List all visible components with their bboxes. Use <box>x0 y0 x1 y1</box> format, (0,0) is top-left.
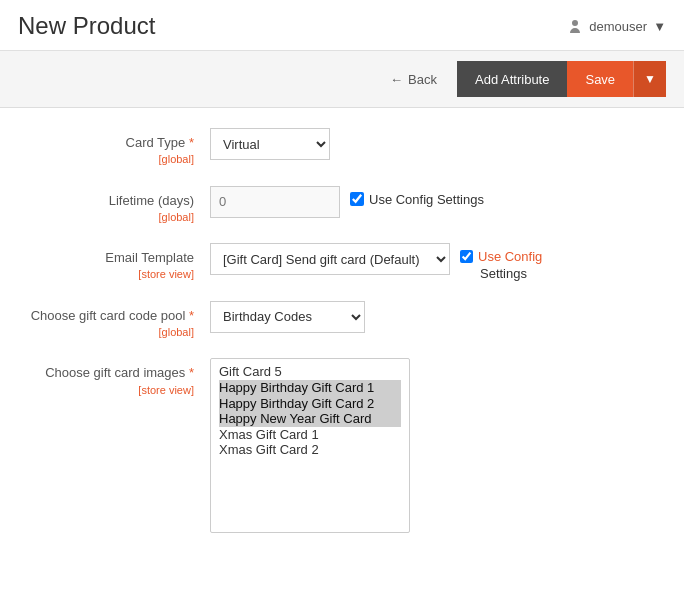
email-template-select[interactable]: [Gift Card] Send gift card (Default) <box>210 243 450 275</box>
card-images-label: Choose gift card images * [store view] <box>30 358 210 398</box>
card-type-select[interactable]: Virtual Physical Combined <box>210 128 330 160</box>
card-images-control: Gift Card 5 Happy Birthday Gift Card 1 H… <box>210 358 654 533</box>
card-images-listbox[interactable]: Gift Card 5 Happy Birthday Gift Card 1 H… <box>210 358 410 533</box>
card-type-label: Card Type * [global] <box>30 128 210 168</box>
toolbar: ← Back Add Attribute Save ▼ <box>0 51 684 108</box>
card-type-row: Card Type * [global] Virtual Physical Co… <box>12 128 672 168</box>
code-pool-control: Birthday Codes Standard Codes Holiday Co… <box>210 301 654 333</box>
card-images-row: Choose gift card images * [store view] G… <box>12 358 672 533</box>
back-label: Back <box>408 72 437 87</box>
save-dropdown-arrow-icon: ▼ <box>644 72 656 86</box>
code-pool-label: Choose gift card code pool * [global] <box>30 301 210 341</box>
lifetime-use-config-text: Use Config Settings <box>369 192 484 207</box>
card-type-control: Virtual Physical Combined <box>210 128 654 160</box>
code-pool-row: Choose gift card code pool * [global] Bi… <box>12 301 672 341</box>
list-item[interactable]: Xmas Gift Card 2 <box>219 442 401 458</box>
email-template-row: Email Template [store view] [Gift Card] … <box>12 243 672 283</box>
email-use-config-block: Use Config Settings <box>460 243 542 281</box>
lifetime-input[interactable] <box>210 186 340 218</box>
list-item[interactable]: Happy New Year Gift Card <box>219 411 401 427</box>
save-dropdown-button[interactable]: ▼ <box>633 61 666 97</box>
lifetime-use-config-label[interactable]: Use Config Settings <box>350 186 484 207</box>
user-dropdown-arrow[interactable]: ▼ <box>653 19 666 34</box>
email-template-control: [Gift Card] Send gift card (Default) Use… <box>210 243 654 281</box>
email-template-label: Email Template [store view] <box>30 243 210 283</box>
page-title: New Product <box>18 12 155 40</box>
card-images-listbox-container: Gift Card 5 Happy Birthday Gift Card 1 H… <box>210 358 410 533</box>
list-item[interactable]: Happy Birthday Gift Card 1 <box>219 380 401 396</box>
top-header: New Product demouser ▼ <box>0 0 684 51</box>
lifetime-label: Lifetime (days) [global] <box>30 186 210 226</box>
list-item[interactable]: Xmas Gift Card 1 <box>219 427 401 443</box>
form-area: Card Type * [global] Virtual Physical Co… <box>12 108 672 571</box>
list-item[interactable]: Gift Card 5 <box>219 364 401 380</box>
email-use-config-text2: Settings <box>460 266 542 281</box>
user-area[interactable]: demouser ▼ <box>567 18 666 34</box>
username-label: demouser <box>589 19 647 34</box>
add-attribute-button[interactable]: Add Attribute <box>457 61 567 97</box>
code-pool-select[interactable]: Birthday Codes Standard Codes Holiday Co… <box>210 301 365 333</box>
lifetime-control: Use Config Settings <box>210 186 654 218</box>
back-button[interactable]: ← Back <box>382 66 445 93</box>
email-use-config-link1[interactable]: Use Config <box>478 249 542 264</box>
email-use-config-checkbox[interactable] <box>460 250 473 263</box>
user-icon <box>567 18 583 34</box>
list-item[interactable]: Happy Birthday Gift Card 2 <box>219 396 401 412</box>
save-button[interactable]: Save <box>567 61 633 97</box>
back-arrow-icon: ← <box>390 72 403 87</box>
lifetime-row: Lifetime (days) [global] Use Config Sett… <box>12 186 672 226</box>
lifetime-use-config-checkbox[interactable] <box>350 192 364 206</box>
